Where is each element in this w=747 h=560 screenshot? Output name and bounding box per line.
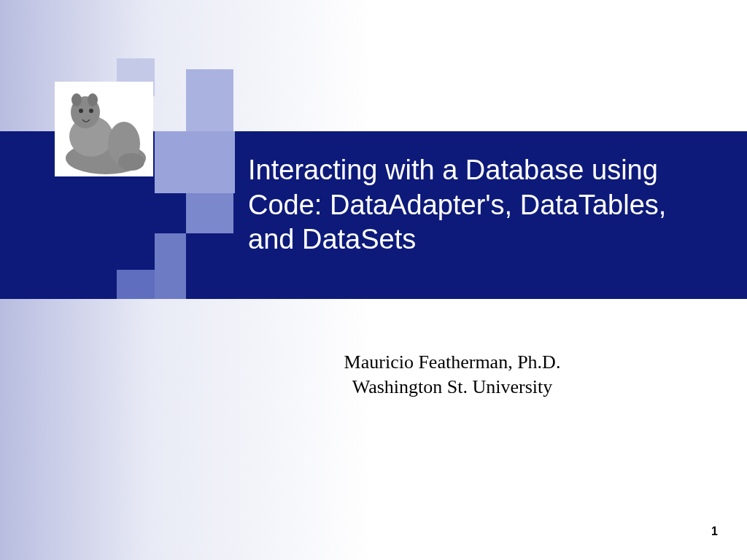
slide: Interacting with a Database using Code: … [0, 0, 747, 560]
slide-subtitle: Mauricio Featherman, Ph.D. Washington St… [248, 350, 657, 400]
svg-point-9 [118, 153, 144, 171]
cougar-icon [55, 82, 153, 176]
page-number: 1 [711, 525, 718, 538]
svg-point-7 [89, 109, 93, 113]
svg-point-4 [71, 93, 82, 106]
author-name: Mauricio Featherman, Ph.D. [248, 350, 657, 375]
svg-point-5 [88, 93, 98, 106]
decorative-square [155, 131, 235, 193]
decorative-square [117, 270, 155, 299]
slide-title: Interacting with a Database using Code: … [248, 153, 715, 257]
author-affiliation: Washington St. University [248, 375, 657, 400]
mascot-image [55, 82, 153, 176]
decorative-square [155, 233, 186, 299]
decorative-square [186, 193, 233, 233]
svg-point-6 [79, 109, 83, 113]
decorative-square [186, 69, 233, 131]
